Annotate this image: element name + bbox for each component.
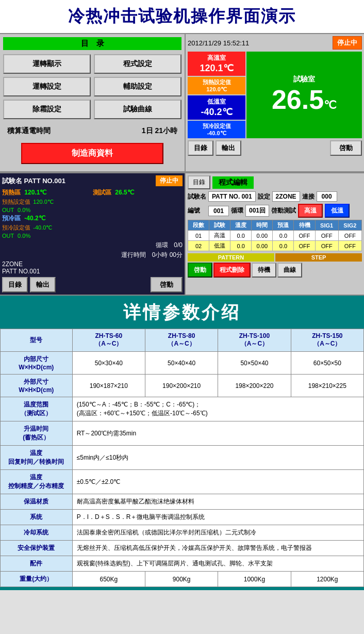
top-section: 目 录 運轉顯示 程式設定 運轉設定 輔助設定 除霜設定 試驗曲線 積算通電時間… (0, 34, 364, 172)
prog-table: 段數 試験 溫度 時間 預溫 待機 SIG1 SIG2 01高溫0.00.000… (188, 220, 362, 251)
pattern-btns-row: 啓動 程式刪除 待機 曲線 (188, 263, 362, 278)
left-status-footer: 目錄 輸出 啓動 (2, 277, 183, 292)
prog-td-0-3: 0.00 (252, 231, 273, 241)
low-temp-box: 低溫室 -40.2℃ (188, 95, 245, 120)
prog-test-name-row: 試験名 PATT NO. 001 設定 2ZONE 連接 000 (188, 191, 362, 202)
prog-connect-value: 000 (317, 191, 337, 202)
out-row-1: OUT 0.0% (2, 207, 92, 213)
test-zone-group: 測試區 26.5℃ (93, 188, 183, 197)
prog-cycle-label: 循環 (231, 206, 243, 215)
pattern-start-btn[interactable]: 啓動 (188, 263, 212, 278)
prog-td-1-2: 0.0 (230, 241, 252, 251)
detail-val-11-3: 1200Kg (291, 572, 363, 587)
detail-row-11: 重量(大约）650Kg900Kg1000Kg1200Kg (1, 572, 364, 587)
high-temp-value: 120.1℃ (191, 62, 242, 74)
detail-val-11-0: 650Kg (72, 572, 145, 587)
detail-th-4: ZH-TS-150 （A～C） (291, 329, 363, 352)
preset-label: 預熱設定值 (191, 78, 242, 86)
detail-val-11-1: 900Kg (145, 572, 218, 587)
detail-row-2: 温度范围 （测试区）(150℃～A：-45℃；B：-55℃；C：-65℃)； (… (1, 397, 364, 421)
detail-label-11: 重量(大约） (1, 572, 73, 587)
prog-th-7: SIG2 (338, 220, 361, 231)
status-output-btn[interactable]: 輸出 (216, 140, 241, 156)
left-start-btn[interactable]: 啓動 (151, 277, 183, 292)
prog-low-temp-btn[interactable]: 低溫 (325, 204, 350, 218)
pattern-standby-btn[interactable]: 待機 (252, 263, 276, 278)
runtime-info: 運行時間 0小時 00分 (2, 251, 183, 259)
cycle-val: 0/0 (174, 241, 183, 249)
detail-row-5: 温度 控制精度／分布精度±0.5℃／±2.0℃ (1, 470, 364, 494)
detail-val-single-4: ≤5min内／≤10秒内 (72, 446, 363, 470)
prog-table-row-1[interactable]: 02低溫0.00.000.0OFFOFFOFF (188, 241, 362, 251)
status-menu-btn[interactable]: 目錄 (188, 140, 213, 156)
prog-td-1-1: 低溫 (209, 241, 230, 251)
main-title-section: 冷热冲击试验机操作界面演示 (0, 0, 364, 34)
detail-table: 型号ZH-TS-60 （A～C）ZH-TS-80 （A～C）ZH-TS-100 … (0, 329, 364, 587)
hot-preset-val: 120.0℃ (33, 199, 54, 205)
left-output-btn[interactable]: 輸出 (30, 277, 56, 292)
prog-high-temp-btn[interactable]: 高溫 (298, 204, 323, 218)
prog-connect-label: 連接 (302, 192, 315, 201)
left-stop-badge: 停止中 (156, 175, 183, 186)
detail-section: 详情参数介绍 型号ZH-TS-60 （A～C）ZH-TS-80 （A～C）ZH-… (0, 296, 364, 590)
test-chamber-label: 試驗室 (272, 75, 337, 84)
cold-preset-val: -40.0℃ (33, 224, 52, 231)
detail-row-9: 安全保护装置无熔丝开关、压缩机高低压保护开关，冷媒高压保护开关、故障警告系统，电… (1, 541, 364, 556)
prog-th-3: 時間 (252, 220, 273, 231)
detail-th-0: 型号 (1, 329, 73, 352)
menu-btn-2[interactable]: 運轉設定 (3, 77, 91, 96)
status-start-btn[interactable]: 啓動 (330, 140, 362, 156)
patt-text: PATT NO.001 (2, 268, 183, 275)
pattern-label: PATTERN (188, 253, 274, 262)
detail-row-0: 内部尺寸 W×H×D(cm)50×30×4050×40×4050×50×4060… (1, 352, 364, 375)
menu-btn-4[interactable]: 除霜設定 (3, 100, 91, 119)
prog-td-1-4: 0.0 (273, 241, 294, 251)
prog-test-name-value: PATT NO. 001 (208, 191, 256, 202)
prog-title: 程式編輯 (212, 176, 254, 189)
left-menu-btn[interactable]: 目錄 (2, 277, 28, 292)
menu-btn-5[interactable]: 試驗曲線 (94, 100, 181, 119)
stop-badge: 停止中 (333, 36, 362, 50)
pattern-row: PATTERN STEP (188, 253, 362, 262)
menu-btn-0[interactable]: 運轉顯示 (3, 54, 91, 74)
hot-preset-label: 預熱設定值 (2, 199, 30, 205)
detail-th-3: ZH-TS-100 （A～C） (218, 329, 291, 352)
low-temp-label: 低溫室 (191, 97, 242, 106)
detail-val-single-9: 无熔丝开关、压缩机高低压保护开关，冷媒高压保护开关、故障警告系统，电子警报器 (72, 541, 363, 556)
detail-val-1-0: 190×187×210 (72, 375, 145, 397)
pattern-curve-btn[interactable]: 曲線 (277, 263, 302, 278)
prog-test-name-label: 試験名 (188, 192, 206, 201)
prog-num-label: 編號 (188, 206, 206, 215)
high-temp-label: 高溫室 (191, 54, 242, 62)
pattern-edit-btn[interactable]: 程式刪除 (213, 263, 251, 278)
main-title: 冷热冲击试验机操作界面演示 (0, 5, 364, 28)
detail-row-1: 外部尺寸 W×H×D(cm)190×187×210190×200×210198×… (1, 375, 364, 397)
prog-nav-btn[interactable]: 目錄 (188, 175, 210, 189)
hot-zone-group: 預熱區 120.1℃ (2, 188, 92, 197)
hot-zone-label: 預熱區 (2, 189, 21, 196)
detail-label-0: 内部尺寸 W×H×D(cm) (1, 352, 73, 375)
prog-th-0: 段數 (188, 220, 209, 231)
prog-td-0-5: OFF (294, 231, 315, 241)
menu-btn-1[interactable]: 程式設定 (94, 54, 181, 74)
detail-val-1-3: 198×210×225 (291, 375, 363, 397)
detail-row-7: 系统P．I．D＋S．S．R＋微电脑平衡调温控制系统 (1, 510, 364, 525)
detail-row-10: 配件观视窗(特殊选购型)、上下可调隔层两片、通电测试孔、脚轮、水平支架 (1, 556, 364, 572)
detail-label-7: 系统 (1, 510, 73, 525)
temp-left: 高溫室 120.1℃ 預熱設定值 120.0℃ 低溫室 -40.2℃ 預冷設定值… (188, 52, 245, 138)
low-preset-value: -40.0℃ (191, 130, 242, 137)
detail-label-1: 外部尺寸 W×H×D(cm) (1, 375, 73, 397)
zone-info: 2ZONE PATT NO.001 (2, 261, 183, 275)
detail-label-8: 冷却系统 (1, 525, 73, 541)
menu-btn-3[interactable]: 輔助設定 (94, 77, 181, 96)
manufacture-button[interactable]: 制造商資料 (21, 143, 164, 164)
out-val-2: 0.0% (18, 233, 30, 239)
prog-header: 目錄 程式編輯 (188, 175, 362, 189)
detail-label-5: 温度 控制精度／分布精度 (1, 470, 73, 494)
prog-td-0-0: 01 (188, 231, 209, 241)
prog-td-0-7: OFF (338, 231, 361, 241)
test-zone-val: 26.5℃ (115, 189, 134, 196)
prog-table-row-0[interactable]: 01高溫0.00.000.0OFFOFFOFF (188, 231, 362, 241)
runtime-val: 0小時 00分 (152, 251, 183, 258)
detail-row-6: 保温材质耐高温高密度氟基甲酸乙酯泡沫绝缘体材料 (1, 494, 364, 510)
